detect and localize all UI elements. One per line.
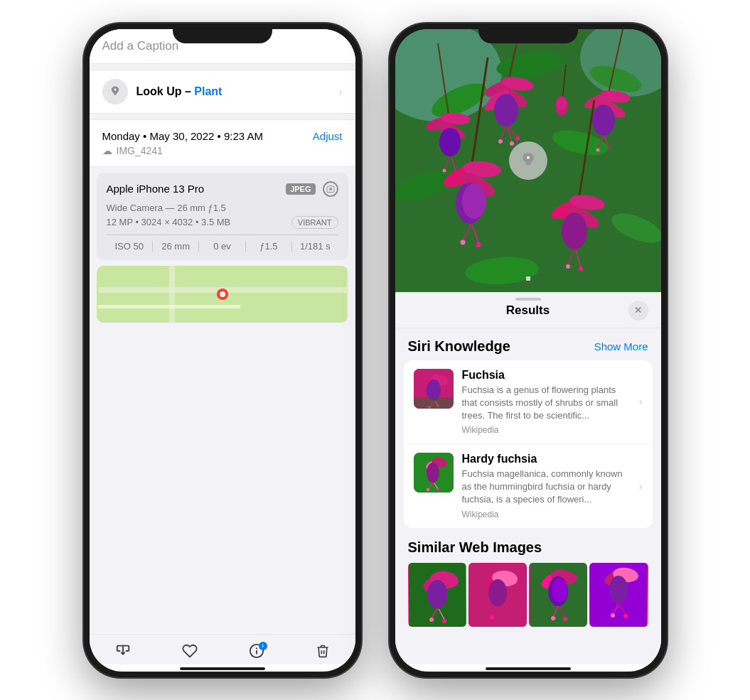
- results-panel: Results ✕ Siri Knowledge Show More: [395, 292, 661, 664]
- svg-point-134: [596, 148, 599, 151]
- exif-row: ISO 50 26 mm 0 ev ƒ1.5 1/181 s: [107, 235, 338, 252]
- svg-point-153: [579, 266, 583, 271]
- meta-date-row: Monday • May 30, 2022 • 9:23 AM Adjust: [102, 130, 343, 142]
- fuchsia-content: Fuchsia Fuchsia is a genus of flowering …: [462, 369, 631, 436]
- lookup-text: Look Up – Plant: [136, 85, 223, 98]
- svg-point-201: [609, 576, 628, 604]
- right-screen: Results ✕ Siri Knowledge Show More: [395, 29, 661, 672]
- fuchsia-thumbnail: [414, 369, 454, 409]
- svg-point-116: [498, 139, 503, 144]
- svg-point-144: [476, 242, 481, 247]
- knowledge-item-hardy[interactable]: Hardy fuchsia Fuchsia magellanica, commo…: [404, 444, 653, 528]
- similar-images-section: Similar Web Images: [395, 529, 661, 632]
- favorite-button[interactable]: [182, 643, 198, 659]
- svg-point-204: [611, 613, 615, 618]
- similar-image-3[interactable]: [529, 563, 587, 627]
- svg-point-149: [562, 212, 587, 249]
- lookup-icon: [102, 79, 128, 104]
- meta-file-row: ☁ IMG_4241: [102, 145, 343, 156]
- fuchsia-chevron: ›: [639, 396, 643, 407]
- svg-point-118: [515, 136, 520, 141]
- hardy-content: Hardy fuchsia Fuchsia magellanica, commo…: [462, 453, 631, 519]
- home-indicator-r: [486, 667, 571, 670]
- hardy-chevron: ›: [639, 480, 643, 492]
- svg-point-123: [439, 128, 461, 156]
- svg-rect-166: [414, 397, 454, 409]
- svg-point-87: [114, 88, 116, 90]
- device-header: Apple iPhone 13 Pro JPEG: [107, 181, 338, 197]
- hardy-description: Fuchsia magellanica, commonly known as t…: [462, 468, 631, 507]
- svg-point-140: [462, 183, 486, 219]
- exif-iso: ISO 50: [107, 241, 153, 252]
- svg-point-156: [557, 97, 567, 110]
- exif-focal: 26 mm: [153, 241, 199, 252]
- bottom-toolbar: i: [90, 634, 355, 664]
- hardy-source: Wikipedia: [462, 510, 631, 519]
- right-phone: Results ✕ Siri Knowledge Show More: [390, 23, 667, 677]
- drag-handle[interactable]: [515, 298, 541, 301]
- svg-point-188: [490, 615, 494, 620]
- siri-knowledge-header: Siri Knowledge Show More: [395, 328, 661, 360]
- device-specs: 12 MP • 3024 × 4032 • 3.5 MB VIBRANT: [107, 216, 338, 229]
- results-header: Results ✕: [395, 292, 661, 328]
- lookup-chevron: ›: [339, 86, 343, 97]
- svg-point-126: [442, 168, 446, 172]
- svg-point-205: [623, 614, 628, 618]
- share-button[interactable]: [115, 643, 131, 659]
- filter-badge: VIBRANT: [291, 216, 338, 229]
- results-title: Results: [428, 303, 628, 318]
- photo-date: Monday • May 30, 2022 • 9:23 AM: [102, 130, 306, 142]
- notch-r: [478, 23, 578, 43]
- similar-image-2[interactable]: [468, 563, 527, 627]
- knowledge-item-fuchsia[interactable]: Fuchsia Fuchsia is a genus of flowering …: [404, 360, 653, 445]
- svg-rect-91: [98, 305, 240, 308]
- visual-lookup-button[interactable]: [509, 141, 547, 180]
- camera-icon: [323, 181, 338, 197]
- hardy-title: Hardy fuchsia: [462, 453, 631, 465]
- info-button[interactable]: i: [249, 643, 264, 659]
- svg-point-152: [566, 264, 570, 269]
- svg-point-112: [494, 94, 518, 126]
- similar-image-1[interactable]: [408, 563, 466, 627]
- similar-image-4[interactable]: [589, 563, 648, 627]
- camera-spec: Wide Camera — 26 mm ƒ1.5: [107, 203, 338, 213]
- fuchsia-description: Fuchsia is a genus of flowering plants t…: [462, 384, 631, 423]
- left-phone: Add a Caption Look Up – Plant › Mon: [84, 23, 361, 677]
- knowledge-card: Fuchsia Fuchsia is a genus of flowering …: [404, 360, 653, 528]
- right-photo-area[interactable]: [395, 29, 661, 292]
- device-name: Apple iPhone 13 Pro: [107, 183, 205, 195]
- exif-shutter: 1/181 s: [292, 241, 338, 252]
- show-more-button[interactable]: Show More: [594, 340, 648, 352]
- svg-point-170: [427, 463, 439, 483]
- exif-aperture: ƒ1.5: [246, 241, 292, 252]
- fuchsia-source: Wikipedia: [462, 425, 631, 435]
- svg-rect-90: [169, 266, 175, 323]
- map-section[interactable]: [97, 266, 348, 323]
- svg-point-178: [427, 580, 447, 608]
- svg-point-157: [526, 156, 529, 158]
- lookup-row[interactable]: Look Up – Plant ›: [90, 70, 355, 114]
- adjust-button[interactable]: Adjust: [313, 130, 343, 142]
- siri-knowledge-title: Siri Knowledge: [408, 338, 510, 355]
- svg-point-181: [429, 618, 434, 622]
- fuchsia-title: Fuchsia: [462, 369, 631, 382]
- svg-point-193: [552, 578, 567, 602]
- hardy-thumbnail: [414, 453, 454, 492]
- close-button[interactable]: ✕: [628, 301, 648, 321]
- svg-point-93: [220, 291, 225, 297]
- delete-button[interactable]: [316, 643, 330, 659]
- svg-point-174: [437, 489, 440, 492]
- similar-images-title: Similar Web Images: [408, 539, 648, 556]
- caption-placeholder[interactable]: Add a Caption: [102, 39, 179, 53]
- left-screen: Add a Caption Look Up – Plant › Mon: [90, 29, 355, 672]
- cloud-icon: ☁: [102, 145, 112, 156]
- svg-point-173: [427, 488, 429, 491]
- svg-point-143: [460, 239, 465, 244]
- info-panel: Add a Caption Look Up – Plant › Mon: [90, 29, 355, 634]
- metadata-section: Monday • May 30, 2022 • 9:23 AM Adjust ☁…: [90, 119, 355, 167]
- similar-images-grid: [408, 563, 648, 627]
- svg-point-182: [442, 619, 446, 623]
- home-indicator: [180, 667, 265, 670]
- svg-point-197: [563, 617, 567, 621]
- format-badge: JPEG: [286, 183, 315, 195]
